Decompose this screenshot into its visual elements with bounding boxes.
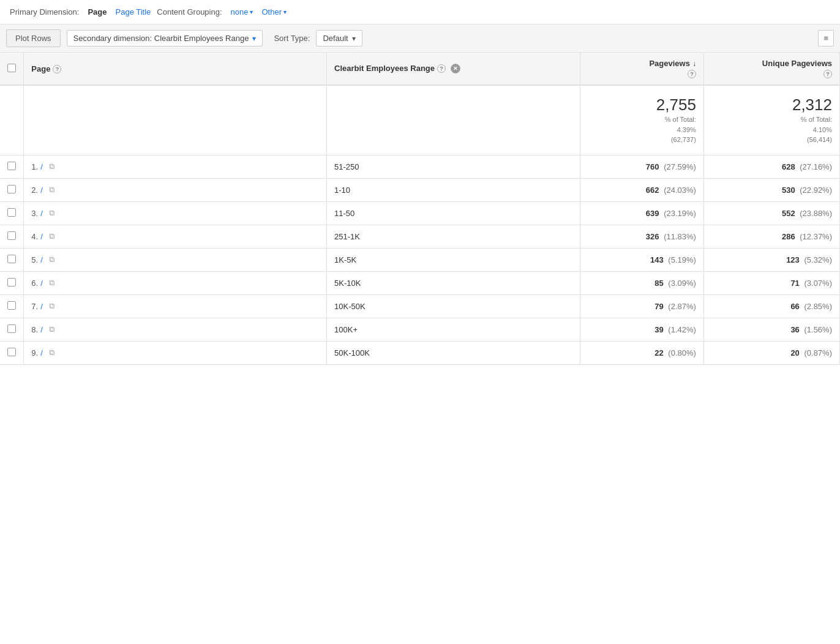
- row-pageviews-num: 760: [646, 162, 659, 171]
- pageviews-help-icon[interactable]: ?: [688, 70, 696, 78]
- row-pageviews-num: 22: [654, 348, 663, 358]
- row-pageviews-pct: (1.42%): [668, 325, 696, 334]
- row-clearbit-value: 50K-100K: [334, 348, 370, 358]
- copy-icon[interactable]: ⧉: [49, 301, 54, 311]
- row-unique-pct: (22.92%): [800, 185, 832, 195]
- other-dropdown[interactable]: Other ▾: [259, 6, 289, 18]
- row-checkbox[interactable]: [7, 185, 16, 193]
- row-unique-pct: (12.37%): [800, 232, 832, 241]
- row-unique-pct: (3.07%): [804, 279, 832, 288]
- row-pageviews-cell: 85 (3.09%): [580, 271, 703, 294]
- page-help-icon[interactable]: ?: [53, 65, 61, 73]
- row-page-link[interactable]: /: [40, 279, 43, 288]
- row-page-link[interactable]: /: [40, 325, 43, 334]
- row-number: 2.: [31, 185, 38, 195]
- row-page-cell: 7. / ⧉: [24, 294, 327, 318]
- copy-icon[interactable]: ⧉: [49, 231, 54, 241]
- copy-icon[interactable]: ⧉: [49, 185, 54, 195]
- summary-row: 2,755 % of Total:4.39%(62,737) 2,312 % o…: [0, 85, 840, 155]
- row-number: 4.: [31, 232, 38, 241]
- copy-icon[interactable]: ⧉: [49, 324, 54, 334]
- secondary-dimension-dropdown[interactable]: Secondary dimension: Clearbit Employees …: [67, 30, 263, 47]
- header-checkbox[interactable]: [7, 64, 16, 72]
- toolbar-right-button[interactable]: ≡: [818, 30, 834, 47]
- clearbit-help-icon[interactable]: ?: [437, 64, 446, 73]
- table-row: 9. / ⧉ 50K-100K 22 (0.80%) 20 (0.87%): [0, 341, 840, 364]
- row-page-link[interactable]: /: [40, 232, 43, 241]
- row-checkbox[interactable]: [7, 278, 16, 286]
- row-checkbox-cell: [0, 225, 24, 248]
- dim-link-page-title[interactable]: Page Title: [113, 6, 154, 18]
- row-page-cell: 8. / ⧉: [24, 318, 327, 341]
- primary-dimension-label: Primary Dimension:: [10, 7, 79, 17]
- row-checkbox[interactable]: [7, 208, 16, 217]
- row-number: 1.: [31, 162, 38, 171]
- row-number: 6.: [31, 279, 38, 288]
- table-row: 5. / ⧉ 1K-5K 143 (5.19%) 123 (5.32%): [0, 248, 840, 271]
- row-page-link[interactable]: /: [40, 348, 43, 358]
- copy-icon[interactable]: ⧉: [49, 208, 54, 218]
- row-page-cell: 4. / ⧉: [24, 225, 327, 248]
- row-pageviews-cell: 79 (2.87%): [580, 294, 703, 318]
- row-clearbit-value: 100K+: [334, 325, 358, 334]
- sort-dropdown-arrow: ▾: [352, 34, 356, 43]
- copy-icon[interactable]: ⧉: [49, 278, 54, 288]
- copy-icon[interactable]: ⧉: [49, 348, 54, 358]
- th-checkbox: [0, 53, 24, 85]
- row-page-cell: 1. / ⧉: [24, 155, 327, 178]
- row-unique-num: 36: [790, 325, 799, 334]
- row-pageviews-cell: 143 (5.19%): [580, 248, 703, 271]
- dim-link-page[interactable]: Page: [85, 6, 109, 18]
- row-checkbox[interactable]: [7, 324, 16, 333]
- row-unique-num: 123: [786, 255, 800, 264]
- copy-icon[interactable]: ⧉: [49, 255, 54, 264]
- row-page-link[interactable]: /: [40, 302, 43, 311]
- row-number: 8.: [31, 325, 38, 334]
- summary-checkbox-cell: [0, 85, 24, 155]
- row-unique-cell: 286 (12.37%): [703, 225, 839, 248]
- row-unique-num: 66: [790, 302, 799, 311]
- primary-dimension-bar: Primary Dimension: Page Page Title Conte…: [0, 0, 840, 24]
- row-clearbit-value: 11-50: [334, 209, 354, 218]
- row-page-cell: 5. / ⧉: [24, 248, 327, 271]
- row-page-link[interactable]: /: [40, 162, 43, 171]
- summary-unique-num: 2,312: [711, 95, 832, 114]
- row-page-link[interactable]: /: [40, 185, 43, 195]
- th-unique-pageviews-label: Unique Pageviews: [762, 59, 832, 68]
- row-checkbox-cell: [0, 248, 24, 271]
- clearbit-close-icon[interactable]: ✕: [451, 64, 460, 73]
- content-grouping-dropdown[interactable]: none ▾: [228, 6, 256, 18]
- row-page-link[interactable]: /: [40, 255, 43, 264]
- table-row: 4. / ⧉ 251-1K 326 (11.83%) 286 (12.37%): [0, 225, 840, 248]
- th-pageviews-label: Pageviews: [649, 59, 690, 68]
- row-unique-cell: 530 (22.92%): [703, 178, 839, 201]
- row-checkbox[interactable]: [7, 162, 16, 170]
- row-checkbox-cell: [0, 201, 24, 225]
- summary-unique-sub: % of Total:4.10%(56,414): [711, 114, 832, 145]
- row-unique-cell: 66 (2.85%): [703, 294, 839, 318]
- unique-pageviews-help-icon[interactable]: ?: [823, 70, 832, 78]
- row-unique-pct: (23.88%): [800, 209, 832, 218]
- row-unique-pct: (1.56%): [804, 325, 832, 334]
- pageviews-sort-icon[interactable]: ↓: [692, 59, 696, 68]
- row-clearbit-value: 51-250: [334, 162, 359, 171]
- row-page-link[interactable]: /: [40, 209, 43, 218]
- row-pageviews-cell: 639 (23.19%): [580, 201, 703, 225]
- content-grouping-arrow: ▾: [250, 9, 253, 15]
- summary-clearbit-cell: [327, 85, 580, 155]
- row-pageviews-pct: (3.09%): [668, 279, 696, 288]
- secondary-dim-label: Secondary dimension: Clearbit Employees …: [73, 34, 249, 43]
- row-checkbox[interactable]: [7, 231, 16, 240]
- row-pageviews-cell: 760 (27.59%): [580, 155, 703, 178]
- plot-rows-button[interactable]: Plot Rows: [6, 29, 61, 47]
- th-page: Page ?: [24, 53, 327, 85]
- copy-icon[interactable]: ⧉: [49, 162, 54, 171]
- th-clearbit-label: Clearbit Employees Range: [334, 64, 435, 73]
- row-checkbox[interactable]: [7, 301, 16, 310]
- toolbar: Plot Rows Secondary dimension: Clearbit …: [0, 24, 840, 53]
- sort-type-dropdown[interactable]: Default ▾: [316, 30, 362, 47]
- row-checkbox[interactable]: [7, 348, 16, 356]
- row-checkbox[interactable]: [7, 255, 16, 263]
- row-clearbit-cell: 11-50: [327, 201, 580, 225]
- table-row: 6. / ⧉ 5K-10K 85 (3.09%) 71 (3.07%): [0, 271, 840, 294]
